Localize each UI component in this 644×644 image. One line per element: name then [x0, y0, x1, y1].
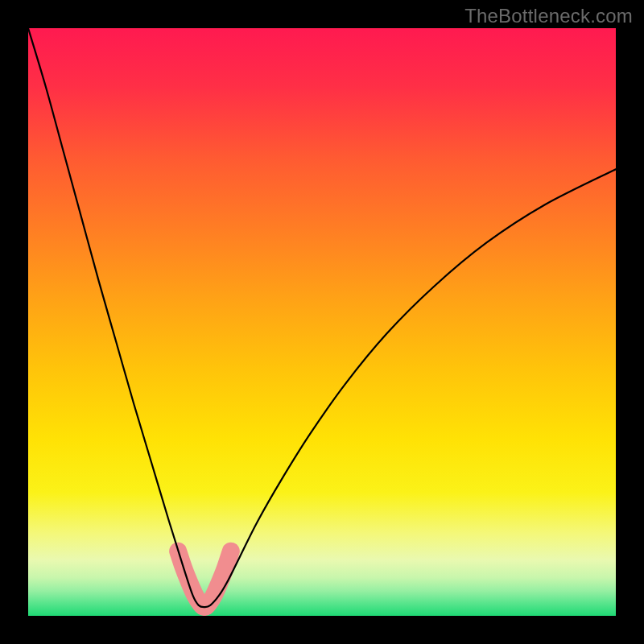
plot-area	[28, 28, 616, 616]
curve-layer	[28, 28, 616, 616]
bottleneck-curve	[28, 28, 616, 607]
highlight-band	[178, 551, 231, 607]
chart-frame: TheBottleneck.com	[0, 0, 644, 644]
watermark-text: TheBottleneck.com	[464, 5, 633, 27]
